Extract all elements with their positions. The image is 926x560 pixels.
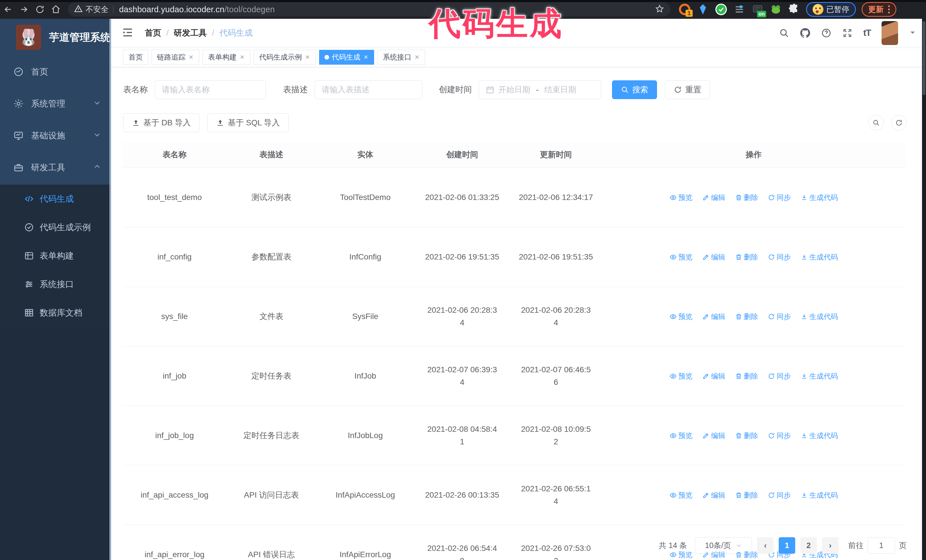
sidebar-item-infra[interactable]: 基础设施 <box>0 120 111 151</box>
extension-icon-toggles[interactable] <box>733 3 746 16</box>
tab-tag[interactable]: 代码生成 × <box>319 50 374 65</box>
edit-action[interactable]: 编辑 <box>702 251 725 263</box>
generate-code-action[interactable]: 生成代码 <box>800 489 838 501</box>
table-row[interactable]: inf_job 定时任务表 InfJob 2021-02-07 06:39:3 … <box>123 346 906 406</box>
github-icon[interactable] <box>800 28 810 38</box>
table-desc-input[interactable]: 请输入表描述 <box>315 80 422 99</box>
table-row[interactable]: tool_test_demo 测试示例表 ToolTestDemo 2021-0… <box>123 168 906 227</box>
tab-tag[interactable]: 系统接口 × <box>378 50 425 65</box>
user-menu-caret-icon[interactable] <box>909 29 916 37</box>
sync-action[interactable]: 同步 <box>768 370 791 382</box>
tab-tag[interactable]: 首页 <box>123 50 148 65</box>
generate-code-action[interactable]: 生成代码 <box>800 429 838 442</box>
close-icon[interactable]: × <box>188 53 194 62</box>
bookmark-star-icon[interactable] <box>655 4 664 15</box>
extension-icon-green-check[interactable] <box>715 3 728 16</box>
sidebar-item-form-builder[interactable]: 表单构建 <box>0 242 111 270</box>
breadcrumb-home[interactable]: 首页 <box>145 27 161 39</box>
font-size-icon[interactable]: tT <box>863 28 871 38</box>
table-name-input[interactable]: 请输入表名称 <box>155 80 266 99</box>
import-db-button[interactable]: 基于 DB 导入 <box>123 113 200 132</box>
toggle-search-button[interactable] <box>869 115 884 130</box>
collapse-sidebar-icon[interactable] <box>122 27 133 39</box>
address-bar[interactable]: 不安全 dashboard.yudao.iocoder.cn/tool/code… <box>68 2 670 17</box>
tab-tag[interactable]: 表单构建 × <box>203 50 250 65</box>
app-logo-row[interactable]: 🐰 芋道管理系统 <box>0 19 111 56</box>
browser-forward-button[interactable] <box>16 2 32 17</box>
close-icon[interactable]: × <box>414 53 420 62</box>
extension-icon-gem[interactable] <box>697 3 709 16</box>
user-avatar[interactable] <box>882 21 898 45</box>
search-icon[interactable] <box>779 28 789 38</box>
delete-action[interactable]: 删除 <box>735 310 758 323</box>
refresh-table-button[interactable] <box>891 115 906 130</box>
delete-action[interactable]: 删除 <box>735 429 758 442</box>
delete-action[interactable]: 删除 <box>735 191 758 204</box>
delete-action[interactable]: 删除 <box>735 251 758 263</box>
delete-action[interactable]: 删除 <box>735 370 758 382</box>
generate-code-action[interactable]: 生成代码 <box>800 370 838 382</box>
tab-tag[interactable]: 链路追踪 × <box>151 50 199 65</box>
close-icon[interactable]: × <box>363 53 369 62</box>
generate-code-action[interactable]: 生成代码 <box>800 251 838 263</box>
sidebar-item-devtools[interactable]: 研发工具 <box>0 151 111 183</box>
close-icon[interactable]: × <box>239 53 245 62</box>
sync-action[interactable]: 同步 <box>768 191 791 204</box>
sidebar-item-codegen-example[interactable]: 代码生成示例 <box>0 213 111 242</box>
sidebar-item-system[interactable]: 系统管理 <box>0 88 111 120</box>
preview-action[interactable]: 预览 <box>670 489 693 501</box>
date-range-picker[interactable]: 开始日期 - 结束日期 <box>479 80 601 99</box>
sidebar-item-home[interactable]: 首页 <box>0 56 111 88</box>
edit-action[interactable]: 编辑 <box>702 489 725 501</box>
chrome-update-button[interactable]: 更新 <box>862 2 896 17</box>
sidebar-item-codegen[interactable]: 代码生成 <box>0 184 111 213</box>
scrollbar-thumb[interactable] <box>923 21 925 95</box>
extension-icon-orange[interactable]: 1 <box>678 3 691 16</box>
page-button-2[interactable]: 2 <box>800 537 817 554</box>
preview-action[interactable]: 预览 <box>670 251 693 263</box>
delete-action[interactable]: 删除 <box>735 489 758 501</box>
breadcrumb-devtools[interactable]: 研发工具 <box>174 27 207 39</box>
edit-action[interactable]: 编辑 <box>702 310 725 323</box>
reset-button[interactable]: 重置 <box>665 80 710 99</box>
tampermonkey-paused-badge[interactable]: 已暂停 <box>806 2 856 17</box>
generate-code-action[interactable]: 生成代码 <box>800 310 838 323</box>
extension-icon-frog[interactable] <box>770 3 782 16</box>
import-sql-button[interactable]: 基于 SQL 导入 <box>207 113 289 132</box>
search-button[interactable]: 搜索 <box>612 80 657 99</box>
sidebar-item-system-api[interactable]: 系统接口 <box>0 270 111 299</box>
table-row[interactable]: sys_file 文件表 SysFile 2021-02-06 20:28:3 … <box>123 287 906 346</box>
browser-reload-button[interactable] <box>32 2 48 17</box>
goto-page-input[interactable]: 1 <box>868 537 895 554</box>
table-row[interactable]: inf_job_log 定时任务日志表 InfJobLog 2021-02-08… <box>123 406 906 465</box>
sync-action[interactable]: 同步 <box>768 489 791 501</box>
preview-action[interactable]: 预览 <box>670 370 693 382</box>
sync-action[interactable]: 同步 <box>768 251 791 263</box>
preview-action[interactable]: 预览 <box>670 310 693 323</box>
tab-tag[interactable]: 代码生成示例 × <box>254 50 315 65</box>
preview-action[interactable]: 预览 <box>670 429 693 442</box>
page-scrollbar[interactable] <box>922 19 926 560</box>
browser-home-button[interactable] <box>48 2 64 17</box>
close-icon[interactable]: × <box>304 53 310 62</box>
extensions-puzzle-icon[interactable] <box>788 3 800 16</box>
sync-action[interactable]: 同步 <box>768 429 791 442</box>
page-button-1[interactable]: 1 <box>779 537 795 554</box>
help-icon[interactable] <box>821 28 831 38</box>
browser-menu-icon[interactable] <box>888 5 890 14</box>
edit-action[interactable]: 编辑 <box>702 370 725 382</box>
prev-page-button[interactable]: ‹ <box>757 537 773 554</box>
generate-code-action[interactable]: 生成代码 <box>800 191 838 204</box>
sidebar-item-db-doc[interactable]: 数据库文档 <box>0 299 111 327</box>
preview-action[interactable]: 预览 <box>670 191 693 204</box>
page-size-select[interactable]: 10条/页 <box>695 537 752 554</box>
next-page-button[interactable]: › <box>822 537 838 554</box>
edit-action[interactable]: 编辑 <box>702 429 725 442</box>
fullscreen-icon[interactable] <box>842 28 852 38</box>
edit-action[interactable]: 编辑 <box>702 191 725 204</box>
table-row[interactable]: inf_api_access_log API 访问日志表 InfApiAcces… <box>123 465 906 525</box>
sync-action[interactable]: 同步 <box>768 310 791 323</box>
browser-back-button[interactable] <box>0 2 16 17</box>
table-row[interactable]: inf_config 参数配置表 InfConfig 2021-02-06 19… <box>123 227 906 287</box>
extension-icon-on[interactable]: on <box>751 3 764 16</box>
